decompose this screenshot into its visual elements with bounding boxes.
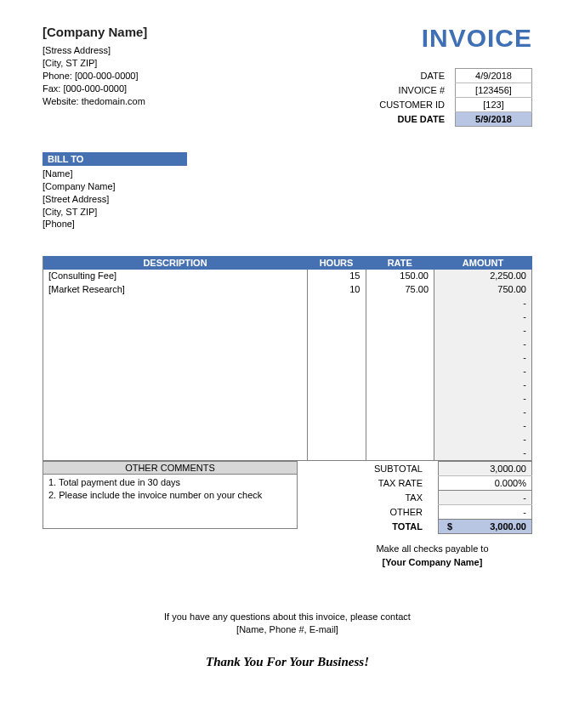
item-row-empty: -	[43, 324, 532, 338]
item-desc: [Consulting Fee]	[43, 270, 308, 283]
company-address: [Stress Address]	[43, 44, 147, 57]
payable-block: Make all checks payable to [Your Company…	[332, 543, 532, 570]
comments-header: OTHER COMMENTS	[43, 461, 298, 474]
invoice-page: [Company Name] [Stress Address] [City, S…	[0, 0, 562, 695]
items-header-description: DESCRIPTION	[43, 256, 308, 270]
items-header-hours: HOURS	[307, 256, 366, 270]
total-val: $3,000.00	[439, 519, 532, 533]
item-row-empty: -	[43, 446, 532, 460]
meta-block: DATE 4/9/2018 INVOICE # [123456] CUSTOME…	[376, 68, 532, 127]
questions-line2: [Name, Phone #, E-mail]	[43, 623, 532, 636]
comment-line-1: 1. Total payment due in 30 days	[48, 476, 292, 489]
company-name: [Company Name]	[43, 24, 147, 41]
item-row: [Consulting Fee] 15 150.00 2,250.00	[43, 270, 532, 283]
items-table: DESCRIPTION HOURS RATE AMOUNT [Consultin…	[43, 256, 532, 461]
other-label: OTHER	[369, 504, 439, 519]
comments-body: 1. Total payment due in 30 days 2. Pleas…	[43, 474, 298, 529]
meta-date-label: DATE	[376, 69, 455, 83]
billto-name: [Name]	[43, 168, 532, 180]
invoice-title: INVOICE	[376, 24, 532, 53]
meta-due-val: 5/9/2018	[456, 112, 532, 127]
item-row-empty: -	[43, 338, 532, 351]
comments-box: OTHER COMMENTS 1. Total payment due in 3…	[43, 461, 298, 529]
item-rate: 75.00	[366, 283, 434, 297]
subtotal-label: SUBTOTAL	[369, 461, 439, 475]
items-header-rate: RATE	[366, 256, 434, 270]
item-row-empty: -	[43, 365, 532, 378]
subtotal-val: 3,000.00	[439, 461, 532, 475]
meta-table: DATE 4/9/2018 INVOICE # [123456] CUSTOME…	[376, 68, 532, 127]
billto-phone: [Phone]	[43, 218, 532, 230]
company-website: Website: thedomain.com	[43, 95, 147, 108]
totals-table: SUBTOTAL 3,000.00 TAX RATE 0.000% TAX - …	[369, 461, 532, 534]
meta-invoice-label: INVOICE #	[376, 83, 455, 98]
billto-header: BILL TO	[43, 152, 187, 166]
billto-address: [Street Address]	[43, 193, 532, 206]
meta-date-val: 4/9/2018	[456, 69, 532, 83]
payable-line2: [Your Company Name]	[332, 556, 532, 570]
meta-customer-val: [123]	[456, 98, 532, 112]
tax-label: TAX	[369, 490, 439, 504]
total-label: TOTAL	[369, 519, 439, 533]
item-row-empty: -	[43, 419, 532, 433]
invoice-title-meta: INVOICE DATE 4/9/2018 INVOICE # [123456]…	[376, 24, 532, 127]
item-desc: [Market Research]	[43, 283, 308, 297]
company-phone: Phone: [000-000-0000]	[43, 70, 147, 82]
taxrate-val: 0.000%	[439, 475, 532, 490]
comment-line-2: 2. Please include the invoice number on …	[48, 489, 292, 502]
other-val: -	[439, 504, 532, 519]
tax-val: -	[439, 490, 532, 504]
item-rate: 150.00	[366, 270, 434, 283]
item-row-empty: -	[43, 378, 532, 392]
billto-city: [City, ST ZIP]	[43, 206, 532, 219]
questions-line1: If you have any questions about this inv…	[43, 611, 532, 623]
top-row: [Company Name] [Stress Address] [City, S…	[43, 24, 532, 127]
meta-invoice-val: [123456]	[456, 83, 532, 98]
company-fax: Fax: [000-000-0000]	[43, 82, 147, 95]
item-row: [Market Research] 10 75.00 750.00	[43, 283, 532, 297]
total-amount: 3,000.00	[490, 521, 526, 532]
item-row-empty: -	[43, 310, 532, 324]
thankyou: Thank You For Your Business!	[43, 655, 532, 669]
item-row-empty: -	[43, 392, 532, 406]
company-city: [City, ST ZIP]	[43, 57, 147, 70]
items-header-amount: AMOUNT	[434, 256, 532, 270]
company-block: [Company Name] [Stress Address] [City, S…	[43, 24, 147, 107]
total-currency: $	[444, 521, 452, 532]
item-hours: 15	[307, 270, 366, 283]
questions-block: If you have any questions about this inv…	[43, 611, 532, 637]
payable-line1: Make all checks payable to	[332, 543, 532, 556]
item-row-empty: -	[43, 433, 532, 446]
taxrate-label: TAX RATE	[369, 475, 439, 490]
item-hours: 10	[307, 283, 366, 297]
billto-company: [Company Name]	[43, 180, 532, 193]
item-row-empty: -	[43, 297, 532, 310]
meta-due-label: DUE DATE	[376, 112, 455, 127]
meta-customer-label: CUSTOMER ID	[376, 98, 455, 112]
billto-section: BILL TO [Name] [Company Name] [Street Ad…	[43, 152, 532, 230]
item-row-empty: -	[43, 406, 532, 419]
bottom-row: OTHER COMMENTS 1. Total payment due in 3…	[43, 461, 532, 534]
billto-body: [Name] [Company Name] [Street Address] […	[43, 166, 532, 230]
item-amount: 2,250.00	[434, 270, 532, 283]
item-row-empty: -	[43, 351, 532, 365]
item-amount: 750.00	[434, 283, 532, 297]
